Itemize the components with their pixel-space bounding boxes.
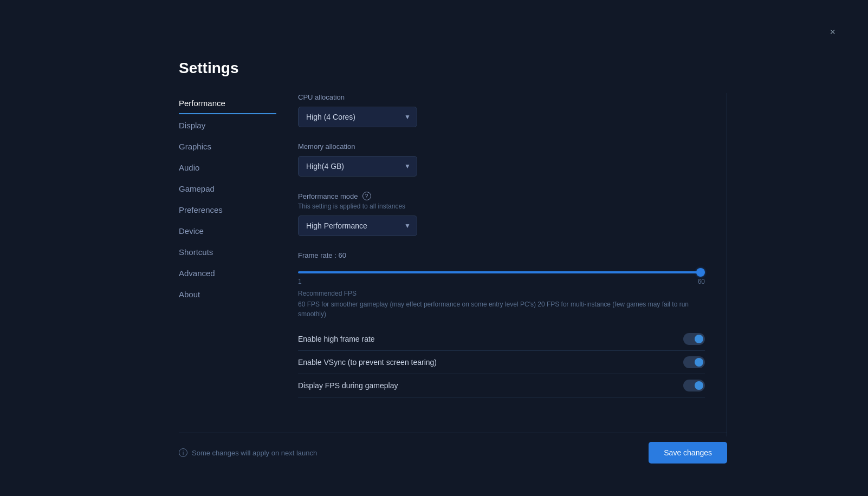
toggle-row-fps-display: Display FPS during gameplay	[298, 374, 705, 397]
fps-recommend-title: Recommended FPS	[298, 290, 705, 297]
toggle-switch-high-frame-rate[interactable]	[683, 333, 705, 345]
sidebar-item-performance[interactable]: Performance	[179, 93, 276, 114]
performance-mode-help-icon[interactable]: ?	[362, 192, 371, 200]
cpu-label: CPU allocation	[298, 93, 705, 101]
slider-max-label: 60	[698, 278, 705, 285]
sidebar-item-gamepad[interactable]: Gamepad	[179, 179, 276, 199]
sidebar: PerformanceDisplayGraphicsAudioGamepadPr…	[179, 93, 276, 436]
performance-mode-sub-text: This setting is applied to all instances	[298, 203, 705, 210]
settings-container: Settings PerformanceDisplayGraphicsAudio…	[179, 60, 727, 436]
memory-select[interactable]: High(4 GB)Medium(2 GB)Low(1 GB)	[298, 156, 417, 177]
save-button[interactable]: Save changes	[649, 442, 727, 464]
sidebar-item-display[interactable]: Display	[179, 115, 276, 135]
cpu-select[interactable]: High (4 Cores)Medium (2 Cores)Low (1 Cor…	[298, 107, 417, 127]
memory-select-wrapper: High(4 GB)Medium(2 GB)Low(1 GB) ▼	[298, 156, 417, 177]
close-button[interactable]: ×	[830, 27, 835, 37]
footer-note-text: Some changes will apply on next launch	[192, 449, 317, 457]
sidebar-item-advanced[interactable]: Advanced	[179, 263, 276, 283]
cpu-select-wrapper: High (4 Cores)Medium (2 Cores)Low (1 Cor…	[298, 107, 417, 127]
performance-mode-select-wrapper: High PerformanceBalancedPower Saver ▼	[298, 216, 417, 236]
toggles-container: Enable high frame rateEnable VSync (to p…	[298, 328, 705, 397]
page-title: Settings	[179, 60, 727, 77]
toggle-label-vsync: Enable VSync (to prevent screen tearing)	[298, 358, 437, 367]
memory-label: Memory allocation	[298, 142, 705, 151]
frame-rate-section: Frame rate : 60 1 60 Recommended FPS 60 …	[298, 251, 705, 319]
footer-info-icon: i	[179, 448, 187, 457]
slider-range-labels: 1 60	[298, 278, 705, 285]
toggle-label-fps-display: Display FPS during gameplay	[298, 381, 398, 390]
memory-section: Memory allocation High(4 GB)Medium(2 GB)…	[298, 142, 705, 177]
settings-footer: i Some changes will apply on next launch…	[179, 433, 727, 464]
sidebar-item-shortcuts[interactable]: Shortcuts	[179, 242, 276, 262]
toggle-row-vsync: Enable VSync (to prevent screen tearing)	[298, 351, 705, 374]
sidebar-item-audio[interactable]: Audio	[179, 158, 276, 178]
performance-mode-select[interactable]: High PerformanceBalancedPower Saver	[298, 216, 417, 236]
performance-mode-label-row: Performance mode ?	[298, 192, 705, 200]
sidebar-item-graphics[interactable]: Graphics	[179, 136, 276, 156]
toggle-row-high-frame-rate: Enable high frame rate	[298, 328, 705, 351]
performance-mode-label-text: Performance mode	[298, 192, 358, 200]
content-divider	[727, 93, 727, 436]
performance-mode-section: Performance mode ? This setting is appli…	[298, 192, 705, 236]
fps-recommend-text: 60 FPS for smoother gameplay (may effect…	[298, 299, 705, 319]
sidebar-item-preferences[interactable]: Preferences	[179, 200, 276, 220]
cpu-section: CPU allocation High (4 Cores)Medium (2 C…	[298, 93, 705, 127]
fps-slider[interactable]	[298, 271, 705, 273]
slider-min-label: 1	[298, 278, 302, 285]
frame-rate-label: Frame rate : 60	[298, 251, 705, 259]
toggle-switch-vsync[interactable]	[683, 356, 705, 368]
toggle-switch-fps-display[interactable]	[683, 380, 705, 391]
toggle-label-high-frame-rate: Enable high frame rate	[298, 335, 375, 343]
sidebar-item-about[interactable]: About	[179, 284, 276, 304]
sidebar-item-device[interactable]: Device	[179, 221, 276, 241]
content-area: CPU allocation High (4 Cores)Medium (2 C…	[298, 93, 716, 436]
settings-body: PerformanceDisplayGraphicsAudioGamepadPr…	[179, 93, 727, 436]
footer-note: i Some changes will apply on next launch	[179, 448, 317, 457]
